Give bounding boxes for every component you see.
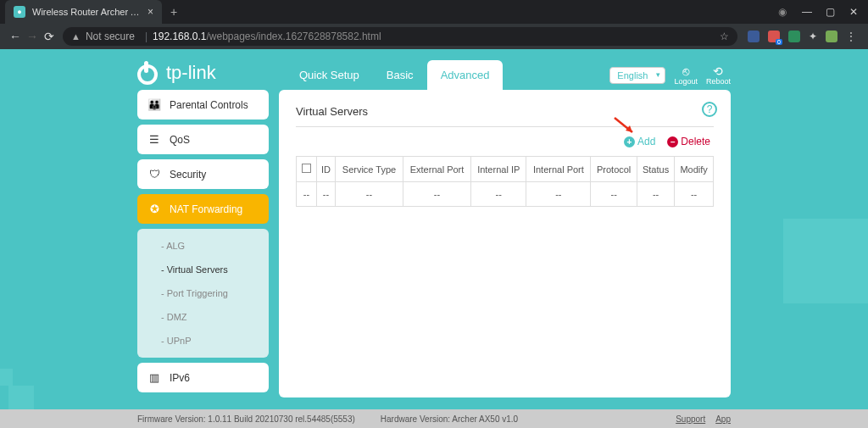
sidebar-item-security[interactable]: 🛡 Security — [137, 159, 269, 189]
page-title: Virtual Servers — [296, 105, 714, 127]
sidebar-item-label: IPv6 — [170, 372, 190, 384]
url-input[interactable]: ▲ Not secure | 192.168.0.1 /webpages/ind… — [63, 27, 737, 46]
ext-icon-3[interactable] — [788, 31, 800, 42]
sidebar-item-ipv6[interactable]: ▥ IPv6 — [137, 363, 269, 392]
col-internal-port: Internal Port — [526, 157, 591, 182]
sidebar-item-qos[interactable]: ☰ QoS — [137, 125, 269, 154]
not-secure-icon: ▲ — [71, 31, 81, 42]
logo-icon — [137, 61, 161, 85]
ipv6-icon: ▥ — [147, 371, 161, 384]
record-icon[interactable]: ◉ — [778, 6, 787, 18]
minus-icon: − — [667, 136, 678, 147]
tab-advanced[interactable]: Advanced — [427, 60, 504, 90]
sidebar-item-label: Parental Controls — [170, 99, 248, 111]
browser-titlebar: ● Wireless Router Archer AX50 × + ◉ — ▢ … — [0, 0, 868, 24]
browser-tab[interactable]: ● Wireless Router Archer AX50 × — [5, 0, 162, 24]
help-icon[interactable]: ? — [702, 102, 717, 117]
minimize-button[interactable]: — — [802, 6, 810, 18]
sub-item-virtual-servers[interactable]: Virtual Servers — [137, 258, 269, 281]
col-external-port: External Port — [403, 157, 470, 182]
sub-item-alg[interactable]: ALG — [137, 234, 269, 258]
content-panel: Virtual Servers ? + Add − Delete — [279, 90, 731, 397]
ext-icon-2[interactable]: 0 — [768, 31, 780, 42]
url-host: 192.168.0.1 — [153, 31, 206, 42]
qos-icon: ☰ — [147, 133, 161, 146]
support-link[interactable]: Support — [676, 414, 705, 424]
annotation-arrow — [612, 115, 637, 141]
tab-title: Wireless Router Archer AX50 — [32, 7, 144, 17]
browser-addrbar: ← → ⟳ ▲ Not secure | 192.168.0.1 /webpag… — [0, 24, 868, 49]
col-status: Status — [637, 157, 674, 182]
shield-icon: 🛡 — [147, 168, 161, 181]
favicon: ● — [14, 6, 25, 18]
sub-item-port-triggering[interactable]: Port Triggering — [137, 281, 269, 305]
tab-quick-setup[interactable]: Quick Setup — [286, 60, 373, 90]
close-window-button[interactable]: ✕ — [849, 6, 858, 18]
nat-icon: ✪ — [147, 203, 161, 215]
logout-icon: ⎋ — [674, 65, 698, 78]
reboot-icon: ⟲ — [706, 65, 731, 78]
tab-basic[interactable]: Basic — [373, 60, 427, 90]
url-path: /webpages/index.1627628878582.html — [206, 31, 381, 42]
col-modify: Modify — [675, 157, 714, 182]
select-all-checkbox[interactable] — [297, 157, 317, 182]
sidebar-item-label: Security — [170, 169, 206, 181]
nav-back-button[interactable]: ← — [7, 30, 24, 43]
sidebar-submenu: ALG Virtual Servers Port Triggering DMZ … — [137, 229, 269, 358]
table-header-row: ID Service Type External Port Internal I… — [297, 157, 714, 182]
page-footer: Firmware Version: 1.0.11 Build 20210730 … — [0, 409, 868, 428]
col-internal-ip: Internal IP — [471, 157, 526, 182]
sub-item-upnp[interactable]: UPnP — [137, 329, 269, 353]
extension-icons: 0 ✦ ⋮ — [743, 31, 861, 42]
hardware-version: Hardware Version: Archer AX50 v1.0 — [381, 414, 518, 424]
nav-forward-button[interactable]: → — [24, 30, 41, 43]
window-controls: ◉ — ▢ ✕ — [778, 6, 868, 18]
sidebar-item-parental-controls[interactable]: 👪 Parental Controls — [137, 90, 269, 120]
sidebar: 👪 Parental Controls ☰ QoS 🛡 Security ✪ N… — [137, 90, 269, 397]
profile-avatar[interactable] — [826, 31, 837, 42]
firmware-version: Firmware Version: 1.0.11 Build 20210730 … — [137, 414, 355, 424]
brand-name: tp-link — [166, 62, 216, 84]
ext-icon-1[interactable] — [748, 31, 760, 42]
table-row-empty: -- -- -- -- -- -- -- -- -- — [297, 182, 714, 207]
close-tab-icon[interactable]: × — [147, 6, 153, 18]
language-select[interactable]: English — [609, 67, 665, 84]
app-link[interactable]: App — [715, 414, 731, 424]
sidebar-item-label: NAT Forwarding — [170, 203, 242, 215]
brand-logo: tp-link — [137, 61, 269, 85]
bookmark-icon[interactable]: ☆ — [720, 31, 729, 42]
logout-button[interactable]: ⎋ Logout — [674, 65, 698, 86]
new-tab-button[interactable]: + — [170, 5, 177, 19]
col-id: ID — [317, 157, 336, 182]
virtual-servers-table: ID Service Type External Port Internal I… — [296, 156, 714, 207]
col-service-type: Service Type — [336, 157, 403, 182]
sidebar-item-label: QoS — [170, 134, 190, 146]
security-label: Not secure — [86, 31, 135, 42]
extensions-icon[interactable]: ✦ — [809, 31, 817, 42]
delete-button[interactable]: − Delete — [667, 136, 710, 147]
sub-item-dmz[interactable]: DMZ — [137, 305, 269, 329]
nav-reload-button[interactable]: ⟳ — [41, 30, 58, 43]
page-body: tp-link Quick Setup Basic Advanced Engli… — [0, 49, 868, 428]
col-protocol: Protocol — [591, 157, 637, 182]
parental-icon: 👪 — [147, 98, 161, 111]
maximize-button[interactable]: ▢ — [826, 6, 834, 18]
browser-menu-icon[interactable]: ⋮ — [846, 31, 856, 42]
reboot-button[interactable]: ⟲ Reboot — [706, 65, 731, 86]
sidebar-item-nat-forwarding[interactable]: ✪ NAT Forwarding — [137, 194, 269, 224]
